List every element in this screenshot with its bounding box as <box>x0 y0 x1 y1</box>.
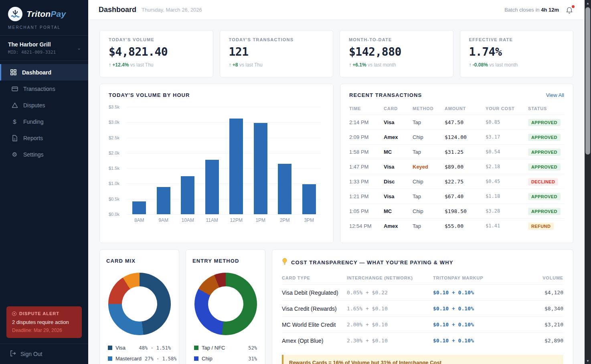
volume-bar <box>205 160 219 214</box>
table-cell: 2.00% + $0.10 <box>347 322 433 328</box>
table-cell: Amex (Opt Blue) <box>282 338 347 344</box>
table-cell: $3.28 <box>486 208 528 214</box>
dollar-icon: $ <box>11 118 18 125</box>
table-cell: $1.41 <box>486 223 528 229</box>
table-cell: $4,120 <box>519 290 563 296</box>
card-mix-panel: CARD MIX Visa48% · 1.51%Mastercard27% · … <box>99 249 179 364</box>
column-header: STATUS <box>528 106 564 111</box>
table-cell: $0.10 + 0.10% <box>433 322 519 328</box>
table-cell: $0.10 + 0.10% <box>433 306 519 312</box>
kpi-value: 1.74% <box>469 45 565 58</box>
legend-label: Tap / NFC <box>202 345 225 351</box>
table-row[interactable]: 1:58 PMMCTap$31.25$0.54APPROVED <box>349 144 564 159</box>
legend-value: 31% <box>248 356 257 362</box>
table-cell: Tap <box>413 193 445 199</box>
brand: TritonPay MERCHANT PORTAL <box>0 0 88 35</box>
sidebar-item-label: Dashboard <box>22 69 51 76</box>
scroll-down-arrow[interactable]: ▼ <box>585 358 591 364</box>
table-cell: 1:58 PM <box>349 149 384 155</box>
table-row[interactable]: 1:33 PMDiscChip$22.75$0.45DECLINED <box>349 174 564 189</box>
page-title: Dashboard <box>99 6 136 14</box>
volume-bar <box>157 187 170 214</box>
table-cell: $3,210 <box>519 322 563 328</box>
table-row[interactable]: 12:54 PMAmexTap$55.00$1.41REFUND <box>349 218 564 233</box>
notification-bell-icon[interactable] <box>565 6 574 14</box>
table-row[interactable]: 1:21 PMVisaTap$67.40$1.18APPROVED <box>349 189 564 203</box>
alert-body: 2 disputes require action <box>12 319 76 325</box>
y-axis-tick-label: $3.0k <box>109 120 119 125</box>
sidebar-nav: Dashboard Transactions Disputes $ Fundin… <box>0 61 88 166</box>
chevron-down-icon: ⌄ <box>77 45 81 51</box>
x-axis-tick-label: 10AM <box>176 217 200 223</box>
vertical-scrollbar[interactable]: ▲ ▼ <box>585 0 591 364</box>
sidebar-item-funding[interactable]: $ Funding <box>0 113 88 130</box>
view-all-link[interactable]: View All <box>546 92 564 98</box>
column-header: YOUR COST <box>486 106 528 111</box>
table-cell: Keyed <box>413 164 445 170</box>
table-cell: $3.17 <box>486 134 528 140</box>
kpi-delta: ↑ +12.4% vs last Thu <box>109 62 204 68</box>
transactions-table: TIMECARDMETHODAMOUNTYOUR COSTSTATUS2:14 … <box>349 104 564 233</box>
sign-out-button[interactable]: Sign Out <box>0 344 88 364</box>
status-badge: APPROVED <box>528 134 561 141</box>
table-cell: Tap <box>413 149 445 155</box>
status-badge: APPROVED <box>528 208 561 215</box>
volume-bar <box>132 201 146 214</box>
table-row[interactable]: 2:09 PMAmexChip$124.00$3.17APPROVED <box>349 129 564 144</box>
entry-method-legend: Tap / NFC52%Chip31%Swipe11% <box>192 342 259 364</box>
legend-swatch <box>108 346 112 350</box>
legend-value: 27% · 1.58% <box>145 356 176 362</box>
sidebar-item-dashboard[interactable]: Dashboard <box>0 64 88 80</box>
sidebar-item-disputes[interactable]: Disputes <box>0 97 88 113</box>
cost-row: Visa Credit (Rewards)1.65% + $0.10$0.10 … <box>282 300 563 316</box>
kpi-label: MONTH-TO-DATE <box>349 37 444 42</box>
volume-bar <box>229 119 243 214</box>
table-cell: $2.18 <box>486 164 528 169</box>
y-axis-tick-label: $1.5k <box>109 166 119 171</box>
card-mix-legend: Visa48% · 1.51%Mastercard27% · 1.58%Amex… <box>106 342 172 364</box>
legend-swatch <box>194 356 198 361</box>
table-cell: $198.50 <box>445 208 486 214</box>
entry-method-title: ENTRY METHOD <box>192 258 259 264</box>
sidebar-item-settings[interactable]: ⚙ Settings <box>0 146 88 163</box>
scroll-up-arrow[interactable]: ▲ <box>585 0 591 6</box>
sidebar: TritonPay MERCHANT PORTAL The Harbor Gri… <box>0 0 88 364</box>
volume-bar <box>278 164 291 214</box>
table-cell: Amex <box>384 223 413 229</box>
table-cell: $0.45 <box>486 179 528 184</box>
table-cell: 2.30% + $0.10 <box>347 338 433 344</box>
merchant-name: The Harbor Grill <box>8 41 80 48</box>
cost-note: Rewards Cards = 16% of Volume but 31% of… <box>282 355 563 364</box>
sidebar-item-reports[interactable]: Reports <box>0 130 88 146</box>
gridline <box>127 214 321 215</box>
volume-bar <box>302 184 316 214</box>
brand-name: TritonPay <box>26 9 66 19</box>
notification-dot <box>572 5 575 8</box>
cost-row: Amex (Opt Blue)2.30% + $0.10$0.10 + 0.10… <box>282 332 563 348</box>
sidebar-item-label: Funding <box>23 119 44 125</box>
scrollbar-thumb[interactable] <box>585 7 590 155</box>
volume-by-hour-chart: TODAY'S VOLUME BY HOUR $0.0k$0.5k$1.0k$1… <box>99 84 334 243</box>
table-row[interactable]: 1:47 PMVisaKeyed$89.00$2.18APPROVED <box>349 159 564 174</box>
y-axis-tick-label: $2.5k <box>109 135 119 140</box>
merchant-selector[interactable]: The Harbor Grill MID: 4821-009-3321 ⌄ <box>0 35 88 61</box>
gear-icon: ⚙ <box>11 151 18 158</box>
legend-item: Chip31% <box>192 353 259 364</box>
table-row[interactable]: 2:14 PMVisaTap$47.50$0.85APPROVED <box>349 115 564 129</box>
table-cell: Chip <box>413 134 445 140</box>
sidebar-item-transactions[interactable]: Transactions <box>0 80 88 97</box>
table-cell: $47.50 <box>445 119 486 125</box>
document-icon <box>11 135 18 141</box>
legend-value: 48% · 1.51% <box>139 345 171 351</box>
table-cell: MC <box>384 149 413 155</box>
chart-title: TODAY'S VOLUME BY HOUR <box>109 92 324 98</box>
legend-item: Tap / NFC52% <box>192 342 259 353</box>
table-row[interactable]: 1:05 PMMCChip$198.50$3.28APPROVED <box>349 203 564 218</box>
table-cell: $22.75 <box>445 179 486 185</box>
kpi-delta: ↑ -0.08% vs last month <box>469 62 565 68</box>
status-badge: APPROVED <box>528 149 561 156</box>
table-cell: Visa Debit (Regulated) <box>282 290 347 296</box>
table-cell: 1:05 PM <box>349 208 384 214</box>
arrow-up-icon: ↑ <box>469 62 472 68</box>
dispute-alert[interactable]: DISPUTE ALERT 2 disputes require action … <box>6 306 82 338</box>
